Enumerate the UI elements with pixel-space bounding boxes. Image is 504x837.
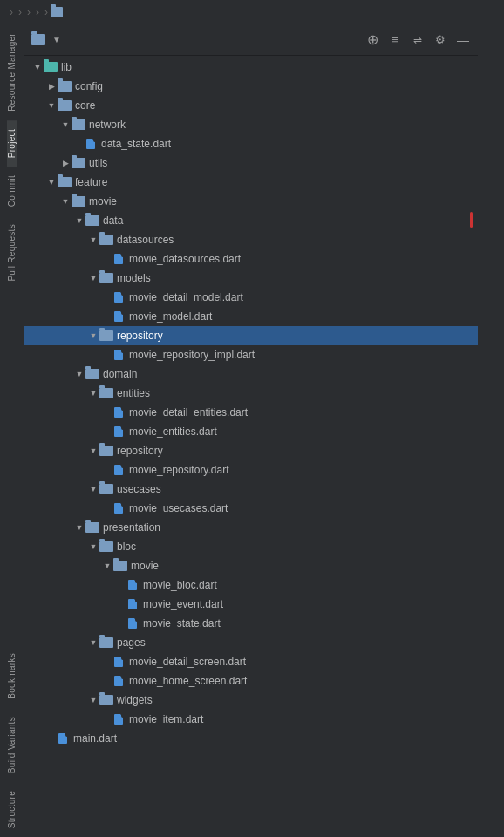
file-tree[interactable]: libconfigcorenetworkdata_state.dartutils… <box>24 56 478 837</box>
tree-toggle[interactable] <box>45 99 58 112</box>
folder-icon <box>99 541 113 552</box>
tree-item-movie_home_screen.dart[interactable]: movie_home_screen.dart <box>24 671 478 691</box>
tree-toggle[interactable] <box>87 272 99 284</box>
tree-item-movie_entities.dart[interactable]: movie_entities.dart <box>24 422 478 441</box>
add-button[interactable]: ⊕ <box>364 32 380 48</box>
tree-item-movie[interactable]: movie <box>24 192 478 211</box>
tree-item-lib[interactable]: lib <box>24 58 478 77</box>
tree-item-movie_repository.dart[interactable]: movie_repository.dart <box>24 460 478 480</box>
sidebar-tab-structure[interactable]: Structure <box>7 782 17 837</box>
item-label: movie_model.dart <box>129 310 212 323</box>
breadcrumb-sep-1: › <box>10 6 13 18</box>
sidebar-tab-resource-manager[interactable]: Resource Manager <box>7 24 17 120</box>
dart-file-icon <box>127 598 140 610</box>
tree-item-movie_state.dart[interactable]: movie_state.dart <box>24 614 478 633</box>
tree-toggle[interactable] <box>87 330 99 342</box>
tree-toggle[interactable] <box>59 195 72 208</box>
item-label: movie_detail_screen.dart <box>129 656 246 668</box>
tree-toggle[interactable] <box>73 368 85 380</box>
dart-file-icon <box>127 579 140 591</box>
tree-item-config[interactable]: config <box>24 77 478 96</box>
dart-file-icon <box>127 617 140 629</box>
tree-item-feature[interactable]: feature <box>24 173 478 192</box>
tree-item-main.dart[interactable]: main.dart <box>24 729 478 748</box>
tree-item-movie_event.dart[interactable]: movie_event.dart <box>24 595 478 614</box>
tree-item-movie_repository_impl.dart[interactable]: movie_repository_impl.dart <box>24 345 478 364</box>
panel-folder-icon <box>31 34 45 45</box>
tree-toggle[interactable] <box>87 636 99 649</box>
tree-toggle[interactable] <box>59 119 72 131</box>
tree-item-core[interactable]: core <box>24 96 478 115</box>
tree-toggle[interactable] <box>73 214 85 227</box>
collapse-all-button[interactable]: ≡ <box>387 32 403 48</box>
tree-item-data_state.dart[interactable]: data_state.dart <box>24 134 478 153</box>
tree-item-network[interactable]: network <box>24 115 478 134</box>
tree-toggle[interactable] <box>87 445 99 457</box>
item-label: core <box>75 99 95 112</box>
folder-icon <box>113 561 127 571</box>
tree-toggle[interactable] <box>87 234 99 246</box>
sidebar-tab-project[interactable]: Project <box>7 120 17 167</box>
panel-header-actions: ⊕ ≡ ⇌ ⚙ — <box>364 32 471 48</box>
tree-item-movie_bloc.dart[interactable]: movie_bloc.dart <box>24 575 478 595</box>
breadcrumb-sep-4: › <box>36 6 39 18</box>
breadcrumb-bar: › › › › › <box>0 0 504 24</box>
tree-item-usecases[interactable]: usecases <box>24 480 478 499</box>
tree-item-bloc[interactable]: bloc <box>24 537 478 556</box>
tree-toggle[interactable] <box>87 694 99 706</box>
item-label: utils <box>89 157 107 169</box>
tree-item-movie_datasources.dart[interactable]: movie_datasources.dart <box>24 249 478 269</box>
tree-item-movie_usecases.dart[interactable]: movie_usecases.dart <box>24 499 478 518</box>
tree-item-utils[interactable]: utils <box>24 153 478 173</box>
tree-item-movie_detail_model.dart[interactable]: movie_detail_model.dart <box>24 288 478 307</box>
file-tree-panel: ▼ ⊕ ≡ ⇌ ⚙ — libconfigcorenetworkdata_sta… <box>24 24 478 837</box>
tree-toggle[interactable] <box>87 541 99 553</box>
tree-toggle[interactable] <box>87 387 99 399</box>
sidebar-tab-pull-requests[interactable]: Pull Requests <box>7 215 17 290</box>
item-label: data_state.dart <box>101 138 171 150</box>
tree-item-data[interactable]: data <box>24 211 478 230</box>
item-label: movie_state.dart <box>143 617 221 629</box>
tree-toggle[interactable] <box>87 483 99 495</box>
tree-item-pages[interactable]: pages <box>24 633 478 652</box>
split-button[interactable]: ⇌ <box>410 32 426 48</box>
tree-item-entities[interactable]: entities <box>24 384 478 403</box>
panel-dropdown-arrow[interactable]: ▼ <box>52 35 61 44</box>
settings-button[interactable]: ⚙ <box>432 32 448 48</box>
item-label: feature <box>75 176 107 188</box>
tree-toggle[interactable] <box>73 521 85 534</box>
item-label: movie <box>89 195 117 208</box>
dart-file-icon <box>58 732 70 745</box>
folder-icon <box>99 330 113 341</box>
tree-item-movie_item.dart[interactable]: movie_item.dart <box>24 710 478 729</box>
item-label: entities <box>117 387 150 399</box>
folder-icon <box>72 158 85 168</box>
tree-item-domain[interactable]: domain <box>24 364 478 384</box>
item-label: movie_datasources.dart <box>129 253 241 265</box>
close-button[interactable]: — <box>455 32 471 48</box>
tree-toggle[interactable] <box>45 176 58 188</box>
tree-item-movie_detail_entities.dart[interactable]: movie_detail_entities.dart <box>24 403 478 422</box>
tree-item-models[interactable]: models <box>24 269 478 288</box>
breadcrumb-sep-3: › <box>27 6 31 18</box>
tree-item-movie_model.dart[interactable]: movie_model.dart <box>24 307 478 326</box>
tree-toggle[interactable] <box>101 560 113 572</box>
item-label: movie_home_screen.dart <box>129 675 247 687</box>
tree-item-domain_repository[interactable]: repository <box>24 441 478 460</box>
tree-item-movie_detail_screen.dart[interactable]: movie_detail_screen.dart <box>24 652 478 671</box>
tree-item-presentation[interactable]: presentation <box>24 518 478 537</box>
folder-icon <box>99 446 113 456</box>
tree-toggle[interactable] <box>45 80 58 92</box>
sidebar-tab-bookmarks[interactable]: Bookmarks <box>7 644 17 708</box>
tree-item-repository[interactable]: repository <box>24 326 478 345</box>
tree-toggle[interactable] <box>31 61 44 73</box>
item-label: usecases <box>117 483 161 495</box>
sidebar-tab-commit[interactable]: Commit <box>7 167 17 215</box>
sidebar-tab-build-variants[interactable]: Build Variants <box>7 708 17 782</box>
tree-item-bloc_movie[interactable]: movie <box>24 556 478 575</box>
tree-item-datasources[interactable]: datasources <box>24 230 478 249</box>
item-label: repository <box>117 330 163 342</box>
folder-icon <box>58 100 72 111</box>
tree-item-widgets[interactable]: widgets <box>24 691 478 710</box>
tree-toggle[interactable] <box>59 157 72 169</box>
